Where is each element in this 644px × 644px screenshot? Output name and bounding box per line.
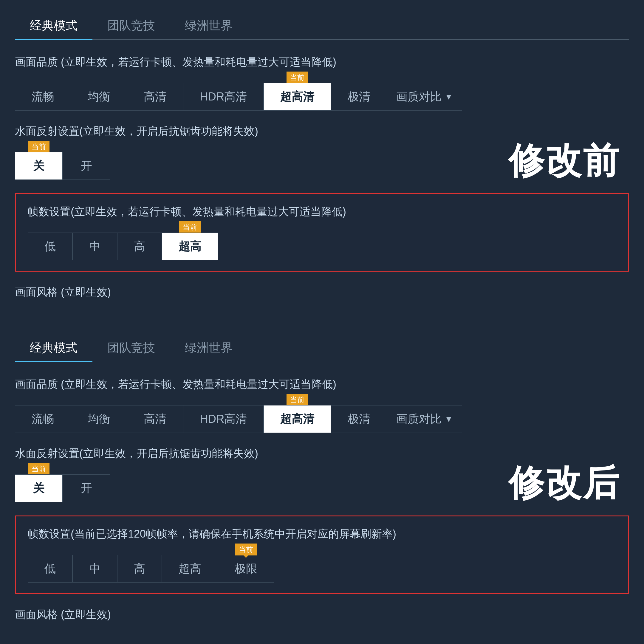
tab-oasis-top[interactable]: 绿洲世界 [170,12,247,39]
top-fps-box: 帧数设置(立即生效，若运行卡顿、发热量和耗电量过大可适当降低) 低 中 高 当前… [15,193,629,272]
top-quality-title: 画面品质 (立即生效，若运行卡顿、发热量和耗电量过大可适当降低) [15,55,629,69]
btn-hdr-top[interactable]: HDR高清 [183,83,264,111]
top-style-section: 画面风格 (立即生效) [15,285,629,300]
bottom-fps-box: 帧数设置(当前已选择120帧帧率，请确保在手机系统中开启对应的屏幕刷新率) 低 … [15,515,629,594]
btn-balanced-top[interactable]: 均衡 [71,83,127,111]
btn-fps-extreme-bottom[interactable]: 极限 [218,555,274,583]
btn-fps-ultra-bottom[interactable]: 超高 [162,555,218,583]
tab-team-top[interactable]: 团队竞技 [92,12,170,39]
bottom-quality-title: 画面品质 (立即生效，若运行卡顿、发热量和耗电量过大可适当降低) [15,377,629,392]
btn-fps-low-top[interactable]: 低 [28,233,72,260]
top-panel: 经典模式 团队竞技 绿洲世界 画面品质 (立即生效，若运行卡顿、发热量和耗电量过… [0,0,644,322]
bottom-tabs: 经典模式 团队竞技 绿洲世界 [15,334,629,362]
btn-fps-low-bottom[interactable]: 低 [28,555,72,583]
btn-hdr-bottom[interactable]: HDR高清 [183,405,264,433]
bottom-side-label: 修改后 [508,459,620,507]
dropdown-arrow-top: ▼ [445,92,453,102]
btn-fps-extreme-wrapper-bottom: 当前 极限 [218,555,274,583]
btn-fps-high-top[interactable]: 高 [117,233,162,260]
bottom-fps-buttons: 低 中 高 超高 当前 极限 [28,555,616,583]
current-label-fps-bottom: 当前 [235,544,257,555]
btn-water-off-bottom[interactable]: 关 [15,474,63,502]
top-fps-title: 帧数设置(立即生效，若运行卡顿、发热量和耗电量过大可适当降低) [28,205,616,219]
btn-ultrahd-top[interactable]: 超高清 [264,83,331,111]
tab-oasis-bottom[interactable]: 绿洲世界 [170,334,247,362]
btn-ultrahd-bottom[interactable]: 超高清 [264,405,331,433]
bottom-quality-buttons: 流畅 均衡 高清 HDR高清 当前 超高清 极清 画质对比 ▼ [15,405,629,433]
btn-compare-bottom[interactable]: 画质对比 ▼ [387,405,462,433]
btn-fps-ultra-top[interactable]: 超高 [162,233,218,260]
tab-classic-bottom[interactable]: 经典模式 [15,334,92,362]
current-label-fps-top: 当前 [179,221,201,233]
bottom-quality-section: 画面品质 (立即生效，若运行卡顿、发热量和耗电量过大可适当降低) 流畅 均衡 高… [15,377,629,433]
bottom-style-title: 画面风格 (立即生效) [15,607,629,622]
btn-extreme-top[interactable]: 极清 [331,83,387,111]
bottom-fps-title: 帧数设置(当前已选择120帧帧率，请确保在手机系统中开启对应的屏幕刷新率) [28,527,616,541]
btn-fps-mid-top[interactable]: 中 [72,233,117,260]
bottom-panel: 经典模式 团队竞技 绿洲世界 画面品质 (立即生效，若运行卡顿、发热量和耗电量过… [0,322,644,644]
btn-water-on-bottom[interactable]: 开 [63,474,110,502]
btn-compare-top[interactable]: 画质对比 ▼ [387,83,462,111]
btn-extreme-bottom[interactable]: 极清 [331,405,387,433]
top-quality-section: 画面品质 (立即生效，若运行卡顿、发热量和耗电量过大可适当降低) 流畅 均衡 高… [15,55,629,111]
btn-fps-mid-bottom[interactable]: 中 [72,555,117,583]
top-style-title: 画面风格 (立即生效) [15,285,629,300]
current-label-quality-bottom: 当前 [287,394,308,406]
current-label-quality-top: 当前 [287,72,308,83]
top-tabs: 经典模式 团队竞技 绿洲世界 [15,12,629,40]
btn-fps-ultra-wrapper-top: 当前 超高 [162,233,218,260]
btn-hd-bottom[interactable]: 高清 [127,405,183,433]
dropdown-arrow-bottom: ▼ [445,414,453,424]
tab-classic-top[interactable]: 经典模式 [15,12,92,40]
btn-hd-top[interactable]: 高清 [127,83,183,111]
compare-label-top: 画质对比 [396,89,442,104]
btn-off-wrapper-top: 当前 关 [15,152,63,180]
btn-off-wrapper-bottom: 当前 关 [15,474,63,502]
top-quality-buttons: 流畅 均衡 高清 HDR高清 当前 超高清 极清 画质对比 ▼ [15,83,629,111]
btn-smooth-top[interactable]: 流畅 [15,83,71,111]
btn-smooth-bottom[interactable]: 流畅 [15,405,71,433]
btn-fps-high-bottom[interactable]: 高 [117,555,162,583]
top-fps-buttons: 低 中 高 当前 超高 [28,233,616,260]
btn-water-off-top[interactable]: 关 [15,152,63,180]
current-label-water-bottom: 当前 [28,463,49,475]
tab-team-bottom[interactable]: 团队竞技 [92,334,170,362]
top-side-label: 修改前 [508,137,620,185]
btn-balanced-bottom[interactable]: 均衡 [71,405,127,433]
btn-ultrahd-wrapper-top: 当前 超高清 [264,83,331,111]
compare-label-bottom: 画质对比 [396,411,442,427]
btn-ultrahd-wrapper-bottom: 当前 超高清 [264,405,331,433]
current-label-water-top: 当前 [28,141,49,153]
btn-water-on-top[interactable]: 开 [63,152,110,180]
bottom-style-section: 画面风格 (立即生效) [15,607,629,622]
